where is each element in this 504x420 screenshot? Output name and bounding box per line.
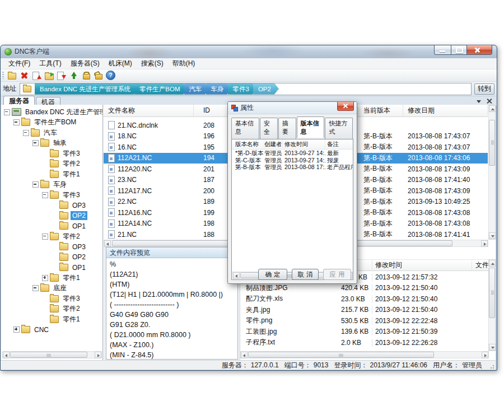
menu-item[interactable]: 帮助(H) — [168, 58, 200, 69]
column-header-filename[interactable]: 文件名称 — [104, 105, 194, 116]
collapse-icon[interactable] — [32, 285, 39, 291]
collapse-icon[interactable] — [42, 192, 48, 198]
scroll-left-icon[interactable] — [3, 352, 10, 358]
tree-item[interactable]: 轴承 — [2, 138, 102, 149]
collapse-icon[interactable] — [32, 181, 39, 188]
column-header-version-name[interactable]: 版本名称 — [232, 139, 264, 149]
file-list-vscrollbar[interactable] — [488, 105, 496, 240]
tree-item[interactable]: 零件1 — [2, 273, 102, 283]
tree-hscrollbar[interactable] — [2, 351, 102, 358]
collapse-icon[interactable] — [23, 130, 29, 136]
menu-item[interactable]: 服务器(S) — [66, 58, 104, 69]
tree-item[interactable]: OP1 — [2, 221, 102, 232]
version-row[interactable]: *第-D-版本管理员2013-09-27 14:...最新 — [232, 150, 353, 157]
tree-item[interactable]: 零件1 — [2, 314, 102, 325]
tree-item[interactable]: 零件1 — [2, 169, 102, 180]
tree-item[interactable]: 车身 — [2, 180, 102, 190]
tree-item[interactable]: Bandex DNC 先进生产管理系统 — [2, 107, 102, 118]
menu-item[interactable]: 工具(T) — [35, 58, 66, 69]
check-out-icon[interactable] — [57, 71, 66, 80]
collapse-icon[interactable] — [13, 119, 20, 125]
scroll-thumb[interactable] — [248, 352, 434, 358]
scroll-right-icon[interactable] — [481, 240, 488, 247]
address-field[interactable]: Bandex DNC 先进生产管理系统零件生产BOM汽车车身零件3OP2 — [20, 83, 472, 95]
attachment-row[interactable]: 工装图.jpg139.6 KB2013-09-12 21:50:39 — [240, 326, 489, 338]
collapse-icon[interactable] — [42, 234, 48, 240]
scroll-right-icon[interactable] — [482, 352, 488, 358]
column-header-note[interactable]: 备注 — [325, 139, 353, 149]
attachment-row[interactable]: 夹具.jpg215.7 KB2013-09-12 21:50:40 — [240, 305, 489, 316]
dialog-tab-快捷方式[interactable]: 快捷方式 — [325, 118, 353, 139]
scroll-left-icon[interactable] — [104, 240, 111, 247]
attachment-row[interactable]: 制品顶图.JPG420.4 KB2013-09-12 21:50:40 — [240, 283, 489, 294]
tree-item[interactable]: 零件3 — [2, 190, 102, 200]
attachment-row[interactable]: 零件.png530.5 KB2013-09-12 22:22:48 — [240, 315, 489, 326]
tree-item[interactable]: CNC — [2, 325, 102, 335]
dialog-tab-版本信息[interactable]: 版本信息 — [297, 116, 325, 138]
expand-icon[interactable] — [13, 326, 20, 333]
close-button[interactable] — [467, 45, 492, 55]
tree-item[interactable]: 汽车 — [2, 128, 102, 138]
breadcrumb-segment[interactable]: 零件生产BOM — [134, 83, 188, 95]
scroll-left-icon[interactable] — [241, 352, 248, 358]
check-in-icon[interactable] — [32, 71, 41, 80]
scroll-up-icon[interactable] — [489, 105, 496, 112]
tree-item[interactable]: OP3 — [2, 200, 102, 211]
tree-item[interactable]: OP3 — [2, 242, 102, 253]
tree-item[interactable]: 底座 — [2, 283, 102, 294]
expand-icon[interactable] — [42, 275, 48, 281]
scroll-down-icon[interactable] — [489, 232, 496, 239]
tab-close-icon[interactable] — [487, 99, 492, 104]
scroll-up-icon[interactable] — [489, 260, 496, 267]
titlebar[interactable]: DNC客户端 — [1, 45, 497, 58]
scroll-right-icon[interactable] — [95, 352, 101, 358]
tree-item[interactable]: 零件3 — [2, 293, 102, 304]
open-folder-icon[interactable] — [44, 71, 54, 80]
column-header-version[interactable]: 当前版本 — [359, 105, 403, 116]
tab-dropdown-icon[interactable] — [477, 100, 481, 103]
tree-item[interactable]: OP2 — [2, 211, 102, 221]
tree-item[interactable]: OP2 — [2, 252, 102, 263]
scroll-thumb[interactable] — [489, 120, 495, 166]
column-header-date[interactable]: 修改日期 — [403, 105, 488, 116]
lock-icon[interactable] — [81, 71, 91, 80]
tree-item[interactable]: 零件2 — [2, 231, 102, 242]
help-icon[interactable]: ? — [106, 71, 115, 80]
attachment-vscrollbar[interactable] — [488, 259, 496, 351]
scroll-thumb[interactable] — [489, 268, 495, 318]
scroll-down-icon[interactable] — [489, 344, 496, 351]
tree-item[interactable]: OP1 — [2, 263, 102, 273]
scroll-thumb[interactable] — [10, 352, 87, 358]
column-header-file[interactable]: 文件(& — [472, 260, 489, 270]
new-folder-icon[interactable] — [7, 71, 17, 80]
delete-icon[interactable] — [20, 71, 29, 80]
attachment-hscrollbar[interactable] — [240, 351, 489, 358]
menu-item[interactable]: 文件(F) — [4, 58, 35, 69]
collapse-icon[interactable] — [32, 140, 39, 146]
upload-icon[interactable] — [69, 71, 78, 80]
dialog-tab-基本信息[interactable]: 基本信息 — [231, 118, 259, 139]
version-row[interactable]: 第-C-版本管理员2013-09-27 14:...报废 — [232, 157, 353, 164]
dialog-close-button[interactable] — [337, 102, 354, 111]
dialog-titlebar[interactable]: 属性 — [228, 102, 357, 114]
go-button[interactable]: 转到 — [474, 83, 494, 95]
column-header-modified[interactable]: 修改时间 — [283, 139, 325, 149]
cancel-button[interactable]: 取消 — [292, 269, 319, 280]
column-header-time[interactable]: 修改时间 — [372, 260, 472, 270]
dialog-tab-摘要[interactable]: 摘要 — [278, 118, 296, 139]
breadcrumb-segment[interactable]: 零件3 — [228, 83, 257, 95]
attachment-row[interactable]: 子程序.txt2.0 KB2013-09-12 22:26:28 — [240, 337, 489, 348]
version-row[interactable]: 第-B-版本管理员2013-08-08 17:...老产品程序 — [232, 164, 353, 171]
breadcrumb-segment[interactable]: OP2 — [253, 83, 279, 95]
tree-item[interactable]: 零件2 — [2, 159, 102, 170]
column-header-creator[interactable]: 创建者 — [264, 139, 283, 149]
tree-item[interactable]: 零件3 — [2, 148, 102, 159]
collapse-icon[interactable] — [4, 109, 10, 115]
minimize-button[interactable] — [434, 45, 451, 55]
menu-item[interactable]: 搜索(S) — [137, 58, 168, 69]
maximize-button[interactable] — [451, 45, 467, 55]
ok-button[interactable]: 确定 — [258, 269, 287, 280]
unlock-icon[interactable] — [94, 71, 103, 80]
attachment-row[interactable]: 配刀文件.xls23.0 KB2013-09-12 21:50:40 — [240, 293, 489, 305]
tree-item[interactable]: 零件2 — [2, 304, 102, 315]
